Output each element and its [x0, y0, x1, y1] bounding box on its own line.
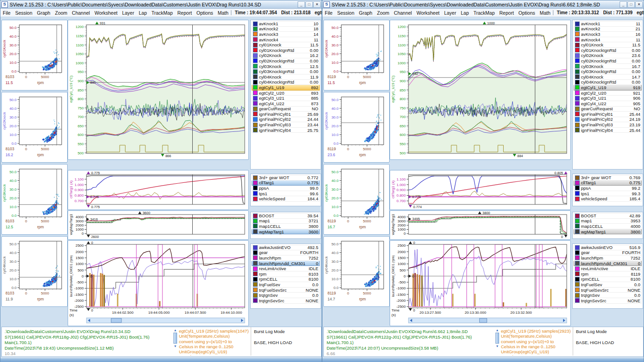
wgmap-chart-panel[interactable]: 40003000200010000360034162600wgMapTarg1 — [68, 210, 249, 240]
channel-row-trqIgnSev[interactable]: trqIgnSev0.0 — [252, 293, 320, 298]
titlebar[interactable]: S SView 2.15.253 : C:\Users\Public\Docum… — [322, 0, 644, 9]
menu-item-graph[interactable]: Graph — [356, 10, 374, 16]
channel-row-3rd+ gear WOT[interactable]: 3rd+ gear WOT0.769 — [574, 175, 642, 181]
channel-row-trqIgnSevSrc[interactable]: trqIgnSevSrcNONE — [252, 298, 320, 304]
menu-item-zoom[interactable]: Zoom — [52, 10, 69, 16]
menu-item-worksheet[interactable]: Worksheet — [92, 10, 120, 16]
lambda-chart[interactable]: 1.1001.0000.9000.8000.7000.7750.7750.775… — [68, 170, 247, 209]
scatter-panel-cyl04Knock[interactable]: 0.010.020.030.040.050.005000811914.7rpmc… — [323, 236, 390, 307]
channel-row-avKnock4[interactable]: avKnock411 — [574, 37, 642, 43]
channel-row-gearCutRequest[interactable]: gearCutRequestNO — [252, 107, 320, 112]
scatter-panel-cyl03Knock[interactable]: 0.010.020.030.040.050.005000811916.7rpmc… — [323, 164, 390, 235]
channel-row-ignFinalPriCyl04[interactable]: ignFinalPriCyl0425.75 — [252, 128, 320, 133]
channel-row-3rd+ gear WOT[interactable]: 3rd+ gear WOT0.772 — [252, 175, 320, 181]
launch-chart[interactable]: 25002000150010005000-500-1000-1500-2000-… — [390, 241, 569, 325]
channel-row-avKnock1[interactable]: avKnock111 — [574, 21, 642, 27]
channel-row-cyl02Knock[interactable]: cyl02Knock16.2 — [252, 53, 320, 59]
channel-row-ignFinalPriCyl01[interactable]: ignFinalPriCyl0125.69 — [252, 112, 320, 117]
scatter-panel-cyl02Knock[interactable]: 0.010.020.030.040.050.005000810316.2rpmc… — [1, 92, 68, 163]
channel-row-launchRpm[interactable]: launchRpm7252 — [252, 255, 320, 261]
channel-row-ignFinalPriCyl02[interactable]: ignFinalPriCyl0224.19 — [574, 117, 642, 123]
minimize-button[interactable]: _ — [298, 1, 305, 8]
channel-row-map1[interactable]: map13953 — [574, 219, 642, 224]
wgmap-chart[interactable]: 40003000200010000380034950wgMapTarg1 — [390, 211, 569, 238]
channel-row-avKnock2[interactable]: avKnock218 — [252, 27, 320, 32]
channel-row-cllTarg1[interactable]: cllTarg10.775 — [574, 181, 642, 186]
menu-item-channel[interactable]: Channel — [391, 10, 414, 16]
channel-row-cyl03KnockIgnRtd[interactable]: cyl03KnockIgnRtd0.00 — [252, 69, 320, 74]
channel-row-egtCyl3_U21[interactable]: egtCyl3_U21906 — [574, 96, 642, 101]
menu-item-options[interactable]: Options — [194, 10, 215, 16]
channel-row-ppsA[interactable]: ppsA99.0 — [252, 186, 320, 191]
menu-item-math[interactable]: Math — [215, 10, 230, 16]
menu-item-session[interactable]: Session — [335, 10, 356, 16]
channel-row-trqIgnSev[interactable]: trqIgnSev0.0 — [574, 293, 642, 298]
channel-row-avKnock3[interactable]: avKnock316 — [574, 32, 642, 37]
channel-row-trqIgnSevSrc[interactable]: trqIgnSevSrcNONE — [574, 298, 642, 304]
channel-row-awkwJustinEVO[interactable]: awkwJustinEVO492.5 — [252, 245, 320, 250]
launch-chart[interactable]: 25002000150010005000-500-1000-1500-2000-… — [68, 241, 247, 325]
maximize-button[interactable]: □ — [305, 1, 313, 8]
channel-row-egtCyl4_U22[interactable]: egtCyl4_U22905 — [574, 101, 642, 107]
channel-row-vehicleSpeed[interactable]: vehicleSpeed184.4 — [252, 196, 320, 202]
channel-row-wgMapTarg1[interactable]: wgMapTarg13600 — [252, 229, 320, 235]
menu-item-zoom[interactable]: Zoom — [374, 10, 391, 16]
menu-item-file[interactable]: File — [0, 10, 13, 16]
lambda-chart-panel[interactable]: 1.1001.0000.9000.8000.7000.7750.7750.775… — [68, 170, 249, 210]
channel-row-avKnock4[interactable]: avKnock411 — [252, 37, 320, 43]
menu-item-file[interactable]: File — [322, 10, 335, 16]
channel-row-egtCyl3_U21[interactable]: egtCyl3_U21885 — [252, 96, 320, 101]
scatter-chart-cyl03Knock[interactable]: 0.010.020.030.040.050.005000811916.7rpmc… — [324, 164, 388, 233]
channel-row-trqFuelSevSrc[interactable]: trqFuelSevSrcNONE — [252, 288, 320, 293]
channel-row-cyl01KnockIgnRtd[interactable]: cyl01KnockIgnRtd0.00 — [252, 48, 320, 53]
menu-item-math[interactable]: Math — [537, 10, 552, 16]
channel-row-tps1[interactable]: tps199.3 — [574, 191, 642, 197]
scatter-chart-cyl04Knock[interactable]: 0.010.020.030.040.050.005000810311.9rpmc… — [2, 237, 66, 305]
channel-row-BOOST[interactable]: BOOST42.89 — [574, 213, 642, 219]
scroll-thumb[interactable] — [173, 333, 177, 344]
channel-row-map1[interactable]: map13721 — [252, 219, 320, 224]
channel-row-egtCyl2_U20[interactable]: egtCyl2_U20921 — [574, 90, 642, 96]
scroll-down-icon[interactable]: ▼ — [495, 344, 500, 348]
close-button[interactable]: ✕ — [635, 1, 643, 8]
menu-item-layer[interactable]: Layer — [120, 10, 136, 16]
channel-row-cllTarg1[interactable]: cllTarg10.775 — [252, 181, 320, 186]
channel-row-cyl04Knock[interactable]: cyl04Knock11.9 — [252, 74, 320, 80]
scroll-down-icon[interactable]: ▼ — [173, 344, 178, 348]
menu-item-session[interactable]: Session — [13, 10, 34, 16]
scroll-up-icon[interactable]: ▲ — [495, 328, 500, 332]
channel-row-avKnock3[interactable]: avKnock314 — [252, 32, 320, 37]
channel-row-egtCyl1_U19[interactable]: egtCyl1_U19892 — [252, 85, 320, 90]
launch-chart-panel[interactable]: 25002000150010005000-500-1000-1500-2000-… — [68, 240, 249, 326]
channel-row-ignFinalPriCyl04[interactable]: ignFinalPriCyl0425.44 — [574, 128, 642, 133]
channel-row-avKnock2[interactable]: avKnock221 — [574, 27, 642, 32]
channel-row-map1CELL[interactable]: map1CELL3800 — [252, 224, 320, 229]
scroll-up-icon[interactable]: ▲ — [173, 328, 178, 332]
scatter-chart-cyl02Knock[interactable]: 0.010.020.030.040.050.005000810316.2rpmc… — [2, 92, 66, 161]
channel-row-vehicleSpeed[interactable]: vehicleSpeed185.4 — [574, 196, 642, 202]
channel-row-ppsA[interactable]: ppsA99.2 — [574, 186, 642, 191]
menu-item-channel[interactable]: Channel — [69, 10, 92, 16]
egt-chart-panel[interactable]: 1200115011001050100095090085080075070065… — [390, 20, 571, 160]
minimize-button[interactable]: _ — [620, 1, 627, 8]
channel-row-rpm[interactable]: rpm8119 — [574, 272, 642, 277]
scatter-panel-cyl01Knock[interactable]: 0.010.020.030.040.050.005000810311.5rpmc… — [1, 20, 68, 90]
channel-row-rpm[interactable]: rpm8103 — [252, 272, 320, 277]
scatter-panel-cyl03Knock[interactable]: 0.010.020.030.040.050.005000810312.5rpmc… — [1, 164, 68, 235]
egt-chart[interactable]: 1200115011001050100095090085080075070065… — [68, 20, 247, 158]
channel-row-ignFinalPriCyl03[interactable]: ignFinalPriCyl0323.44 — [252, 122, 320, 128]
channel-row-cyl02KnockIgnRtd[interactable]: cyl02KnockIgnRtd0.00 — [574, 58, 642, 64]
launch-chart-panel[interactable]: 25002000150010005000-500-1000-1500-2000-… — [390, 240, 571, 326]
menu-item-trackmap[interactable]: TrackMap — [149, 10, 175, 16]
scatter-chart-cyl01Knock[interactable]: 0.010.020.030.040.050.005000810311.5rpmc… — [2, 20, 66, 89]
channel-row-trqFuelSev[interactable]: trqFuelSev0.0 — [252, 282, 320, 288]
channel-row-trqFuelSev[interactable]: trqFuelSev0.0 — [574, 282, 642, 288]
scatter-chart-cyl01Knock[interactable]: 0.010.020.030.040.050.005000811911.5rpmc… — [324, 20, 388, 89]
scatter-chart-cyl03Knock[interactable]: 0.010.020.030.040.050.005000810312.5rpmc… — [2, 164, 66, 233]
channel-row-cyl02Knock[interactable]: cyl02Knock23.6 — [574, 53, 642, 59]
menu-item-lap[interactable]: Lap — [459, 10, 472, 16]
channel-row-ignFinalPriCyl02[interactable]: ignFinalPriCyl0224.44 — [252, 117, 320, 123]
channel-row-map1CELL[interactable]: map1CELL4000 — [574, 224, 642, 229]
menu-item-layer[interactable]: Layer — [442, 10, 458, 16]
channel-row-cyl04KnockIgnRtd[interactable]: cyl04KnockIgnRtd0.00 — [574, 80, 642, 85]
